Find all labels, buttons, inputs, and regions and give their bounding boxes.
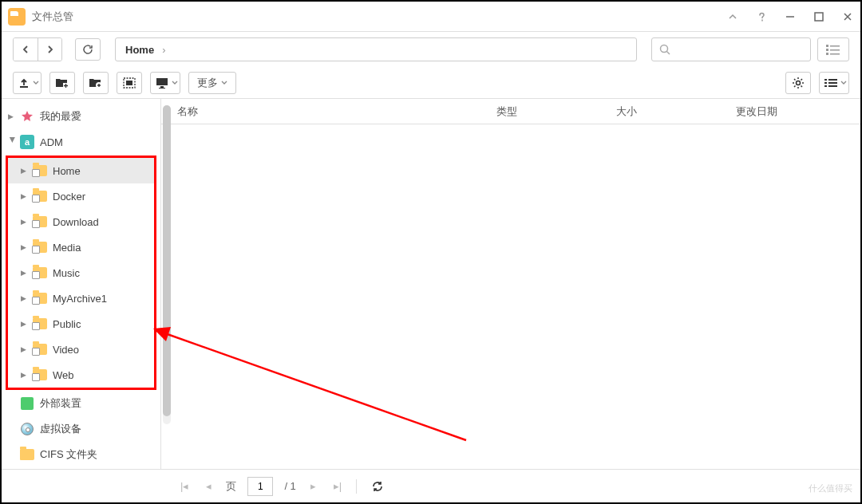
adm-children-highlighted: ▶ Home ▶ Docker ▶ Download ▶ Media ▶ [6, 156, 156, 389]
disclosure-icon[interactable]: ▶ [21, 243, 30, 251]
window-titlebar: 文件总管 [2, 2, 860, 32]
sidebar-item-web[interactable]: ▶ Web [6, 362, 156, 388]
disclosure-icon[interactable]: ▶ [21, 269, 30, 277]
minimize-button[interactable] [784, 10, 797, 23]
breadcrumb-current[interactable]: Home [125, 44, 154, 56]
chevron-down-icon [221, 81, 227, 85]
pager-next-button[interactable]: ▸ [307, 480, 319, 492]
sidebar-label: Public [53, 318, 81, 330]
sidebar-item-myarchive1[interactable]: ▶ MyArchive1 [6, 285, 156, 311]
page-label: 页 [226, 479, 236, 494]
sidebar-item-adm[interactable]: ▶ a ADM [2, 129, 160, 155]
network-button[interactable] [150, 72, 180, 94]
pager-prev-button[interactable]: ◂ [203, 480, 215, 492]
svg-rect-11 [126, 81, 132, 85]
view-mode-button[interactable] [817, 37, 849, 61]
select-all-button[interactable] [117, 72, 142, 94]
app-icon [8, 8, 26, 26]
file-list[interactable] [161, 124, 860, 469]
refresh-button[interactable] [75, 38, 101, 61]
upload-button[interactable] [13, 72, 42, 94]
sidebar-label: Download [53, 216, 99, 228]
column-header-type[interactable]: 类型 [496, 104, 616, 119]
new-folder-button[interactable] [49, 72, 75, 94]
maximize-button[interactable] [813, 10, 825, 23]
svg-rect-5 [830, 49, 840, 51]
folder-icon [32, 291, 48, 305]
sort-button[interactable] [819, 72, 849, 94]
sidebar-item-video[interactable]: ▶ Video [6, 337, 156, 362]
disclosure-icon[interactable]: ▶ [21, 294, 30, 302]
svg-rect-6 [826, 53, 828, 55]
disclosure-icon[interactable]: ▶ [21, 320, 30, 328]
page-input[interactable] [247, 477, 273, 496]
column-headers: 名称 类型 大小 更改日期 [161, 99, 860, 124]
svg-rect-19 [828, 82, 837, 84]
sidebar-label: MyArchive1 [53, 293, 107, 305]
sidebar-label: Video [53, 344, 79, 356]
adm-icon: a [19, 135, 35, 149]
disclosure-icon[interactable]: ▶ [9, 137, 17, 147]
expand-up-button[interactable] [726, 10, 739, 23]
forward-button[interactable] [38, 38, 61, 61]
watermark: 什么值得买 [809, 482, 852, 494]
window-controls [726, 10, 854, 23]
sidebar-item-docker[interactable]: ▶ Docker [6, 183, 156, 209]
folder-icon [32, 266, 48, 280]
folder-plus-icon [89, 77, 103, 89]
close-button[interactable] [841, 10, 854, 23]
settings-button[interactable] [785, 72, 811, 94]
chevron-right-icon: › [162, 44, 165, 56]
folder-icon [32, 215, 48, 229]
disclosure-icon[interactable]: ▶ [21, 218, 30, 226]
svg-rect-14 [159, 88, 165, 89]
svg-point-15 [797, 81, 801, 85]
disclosure-icon[interactable]: ▶ [21, 371, 30, 379]
column-header-modified[interactable]: 更改日期 [736, 104, 860, 119]
sidebar-item-virtual[interactable]: 虚拟设备 [2, 416, 160, 442]
disclosure-icon[interactable]: ▶ [21, 345, 30, 353]
separator [356, 479, 357, 494]
navigation-toolbar: Home › [2, 32, 860, 67]
column-header-name[interactable]: 名称 [177, 104, 496, 119]
select-icon [123, 77, 136, 89]
disclosure-icon[interactable]: ▶ [8, 112, 18, 120]
back-button[interactable] [14, 38, 38, 61]
status-bar: |◂ ◂ 页 / 1 ▸ ▸| [2, 469, 860, 502]
folder-icon [32, 240, 48, 254]
main-area: ▶ 我的最愛 ▶ a ADM ▶ Home ▶ Docker ▶ Downlo [2, 99, 860, 469]
external-device-icon [19, 396, 35, 411]
search-box[interactable] [651, 37, 811, 61]
sidebar: ▶ 我的最愛 ▶ a ADM ▶ Home ▶ Docker ▶ Downlo [2, 99, 161, 469]
pager-last-button[interactable]: ▸| [330, 480, 345, 492]
pager-refresh-button[interactable] [368, 481, 387, 492]
column-header-size[interactable]: 大小 [616, 104, 736, 119]
svg-rect-4 [826, 49, 828, 51]
disclosure-icon[interactable]: ▶ [21, 192, 30, 200]
gear-icon [792, 77, 805, 89]
disc-icon [19, 422, 35, 436]
sidebar-item-media[interactable]: ▶ Media [6, 234, 156, 260]
chevron-down-icon [33, 81, 39, 85]
breadcrumb-bar[interactable]: Home › [115, 37, 637, 61]
sidebar-item-cifs[interactable]: CIFS 文件夹 [2, 442, 160, 467]
svg-rect-0 [815, 13, 823, 21]
folder-icon [19, 447, 35, 462]
disclosure-icon[interactable]: ▶ [21, 167, 30, 175]
sidebar-item-favorites[interactable]: ▶ 我的最愛 [2, 104, 160, 129]
sort-icon [824, 78, 837, 88]
folder-icon [32, 189, 48, 203]
content-scrollbar[interactable] [163, 105, 171, 424]
sidebar-item-public[interactable]: ▶ Public [6, 311, 156, 337]
sidebar-item-home[interactable]: ▶ Home [6, 158, 156, 183]
help-button[interactable] [755, 10, 768, 23]
add-folder-button[interactable] [83, 72, 109, 94]
sidebar-item-download[interactable]: ▶ Download [6, 209, 156, 234]
chevron-down-icon [840, 81, 847, 85]
sidebar-item-music[interactable]: ▶ Music [6, 260, 156, 285]
svg-rect-12 [156, 78, 168, 85]
pager-first-button[interactable]: |◂ [177, 480, 192, 492]
sidebar-item-external[interactable]: 外部装置 [2, 391, 160, 416]
more-button[interactable]: 更多 [188, 72, 236, 94]
sidebar-label: Home [53, 165, 81, 177]
